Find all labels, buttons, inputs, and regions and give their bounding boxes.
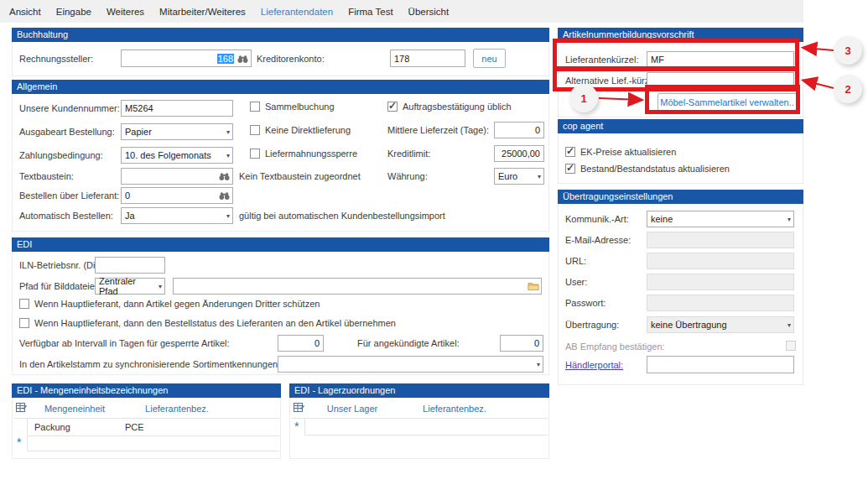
verfuegbar-label: Verfügbar ab Intervall in Tagen für gesp…	[19, 338, 230, 348]
menu-item-weiteres[interactable]: Weiteres	[99, 4, 152, 19]
table-cell-mengeneinheit[interactable]: Packung	[34, 422, 70, 432]
waehrung-label: Währung:	[387, 171, 428, 181]
checkbox-liefermahnungssperre[interactable]: Liefermahnungssperre	[250, 149, 357, 159]
iln-field[interactable]	[95, 257, 165, 274]
kreditorenkonto-label: Kreditorenkonto:	[257, 54, 325, 64]
checkbox-box	[786, 341, 796, 351]
verfuegbar-field[interactable]: 0	[278, 335, 324, 352]
checkbox-label: Sammelbuchung	[265, 102, 335, 112]
pfad-field[interactable]	[173, 278, 542, 295]
haendlerportal-link[interactable]: Händlerportal:	[565, 360, 623, 370]
checkbox-box	[19, 318, 29, 328]
checkbox-keine-direktlieferung[interactable]: Keine Direktlieferung	[250, 125, 351, 135]
neu-button[interactable]: neu	[473, 49, 506, 68]
lieferantendaten-form: Ansicht Eingabe Weiteres Mitarbeiter/Wei…	[0, 0, 868, 485]
checkbox-box	[250, 149, 260, 159]
folder-icon[interactable]	[528, 281, 539, 291]
email-field	[647, 232, 794, 248]
checkbox-box	[250, 125, 260, 135]
new-row-marker[interactable]: *	[294, 420, 299, 433]
checkbox-label: EK-Preise aktualisieren	[580, 147, 676, 157]
checkbox-box	[19, 299, 29, 309]
kreditlimit-field[interactable]: 25000,00	[494, 145, 544, 162]
callout-1: 1	[569, 84, 598, 112]
binoculars-icon[interactable]	[236, 54, 249, 64]
bestellen-value: 0	[125, 190, 130, 201]
column-header-unser-lager[interactable]: Unser Lager	[305, 404, 399, 414]
waehrung-select[interactable]: Euro	[494, 168, 544, 185]
kreditorenkonto-value: 178	[394, 54, 409, 64]
checkbox-label: Auftragsbestätigung üblich	[403, 102, 512, 112]
kreditlimit-label: Kreditlimit:	[387, 149, 430, 159]
panel-buchhaltung-title: Buchhaltung	[12, 28, 549, 42]
moebel-sammelartikel-button[interactable]: Möbel-Sammelartikel verwalten..	[657, 93, 797, 111]
ab-empfang-label: AB Empfang bestätigen:	[565, 342, 665, 352]
new-row-marker[interactable]: *	[17, 435, 21, 449]
column-header-mengeneinheit[interactable]: Mengeneinheit	[28, 404, 122, 414]
haendlerportal-field[interactable]	[647, 356, 794, 373]
zahlungsbedingung-select[interactable]: 10. des Folgemonats	[121, 147, 233, 164]
passwort-field	[647, 295, 794, 311]
checkbox-bestand[interactable]: Bestand/Bestandstatus aktualisieren	[565, 164, 730, 174]
alternative-kuerzel-field[interactable]	[647, 72, 794, 87]
lieferzeit-field[interactable]: 0	[494, 122, 544, 138]
table-cell-lieferantenbez[interactable]: PCE	[125, 422, 144, 432]
column-header-lieferantenbez[interactable]: Lieferantenbez.	[122, 404, 232, 414]
checkbox-label: Wenn Hauptlieferant, dann Artikel gegen …	[34, 299, 320, 309]
uebertragung-select[interactable]: keine Übertragung	[647, 316, 794, 333]
textbaustein-note: Kein Textbaustein zugeordnet	[239, 171, 361, 181]
checkbox-bestellstatus-uebernehmen[interactable]: Wenn Hauptlieferant, dann den Bestellsta…	[19, 318, 396, 328]
email-label: E-Mail-Adresse:	[565, 235, 631, 245]
automatisch-note: gültig bei automatischen Kundenbestellun…	[239, 211, 445, 221]
checkbox-label: Liefermahnungssperre	[265, 149, 357, 159]
automatisch-label: Automatisch Bestellen:	[19, 211, 113, 221]
kommunik-art-select[interactable]: keine	[647, 211, 794, 227]
angekuendigt-field[interactable]: 0	[500, 335, 543, 352]
column-header-lieferantenbez[interactable]: Lieferantenbez.	[399, 404, 510, 414]
menu-item-eingabe[interactable]: Eingabe	[49, 4, 99, 19]
automatisch-select[interactable]: Ja	[121, 207, 233, 224]
checkbox-label: Wenn Hauptlieferant, dann den Bestellsta…	[34, 318, 396, 328]
sortiment-label: In den Artikelstamm zu synchronisierende…	[19, 359, 280, 369]
checkbox-artikel-schuetzen[interactable]: Wenn Hauptlieferant, dann Artikel gegen …	[19, 299, 320, 309]
binoculars-icon[interactable]	[218, 190, 231, 201]
checkbox-label: Bestand/Bestandstatus aktualisieren	[580, 164, 730, 174]
panel-edi-title: EDI	[12, 237, 549, 252]
menu-item-uebersicht[interactable]: Übersicht	[401, 4, 457, 19]
zahlungsbedingung-label: Zahlungsbedingung:	[19, 150, 103, 160]
arrow-callout-2	[804, 81, 834, 88]
checkbox-ek-preise[interactable]: EK-Preise aktualisieren	[565, 147, 676, 157]
sortiment-select[interactable]	[278, 356, 543, 373]
bestellen-field[interactable]: 0	[121, 187, 233, 204]
panel-lagerzuordnungen: EDI - Lagerzuordnungen Unser Lager Liefe…	[289, 383, 549, 459]
lieferzeit-value: 0	[535, 125, 540, 135]
ausgabeart-value: Papier	[125, 127, 152, 137]
pfad-mode-value: Zentraler Pfad	[99, 276, 153, 296]
binoculars-icon[interactable]	[218, 171, 231, 181]
zahlungsbedingung-value: 10. des Folgemonats	[125, 150, 211, 160]
checkbox-auftragsbestaetigung[interactable]: Auftragsbestätigung üblich	[387, 102, 512, 112]
menu-item-lieferantendaten[interactable]: Lieferantendaten	[253, 4, 340, 19]
menu-item-firma-test[interactable]: Firma Test	[340, 4, 400, 19]
menu-item-ansicht[interactable]: Ansicht	[2, 4, 49, 19]
checkbox-sammelbuchung[interactable]: Sammelbuchung	[250, 102, 335, 112]
ausgabeart-select[interactable]: Papier	[121, 123, 233, 140]
ausgabeart-label: Ausgabeart Bestellung:	[19, 127, 115, 137]
panel-edi: EDI ILN-Betriebsnr. (Direktl.): Pfad für…	[12, 237, 549, 375]
kreditorenkonto-field[interactable]: 178	[390, 50, 465, 67]
verfuegbar-value: 0	[314, 338, 320, 348]
passwort-label: Passwort:	[565, 298, 606, 308]
lieferantenkuerzel-field[interactable]: MF	[647, 51, 794, 68]
kundennummer-label: Unsere Kundennummer:	[19, 103, 120, 113]
menu-item-mitarbeiter-weiteres[interactable]: Mitarbeiter/Weiteres	[152, 4, 253, 19]
rechnungssteller-value: 168	[217, 54, 234, 64]
callout-2: 2	[834, 75, 862, 103]
pfad-mode-select[interactable]: Zentraler Pfad	[95, 278, 165, 295]
user-label: User:	[565, 277, 587, 287]
panel-mengeneinheiten: EDI - Mengeneinheitsbezeichnungen Mengen…	[12, 383, 281, 459]
rechnungssteller-label: Rechnungssteller:	[19, 54, 93, 64]
rechnungssteller-field[interactable]: 168	[121, 50, 252, 67]
callout-3: 3	[834, 36, 862, 65]
kundennummer-field[interactable]: M5264	[121, 100, 233, 117]
textbaustein-field[interactable]	[121, 168, 233, 185]
